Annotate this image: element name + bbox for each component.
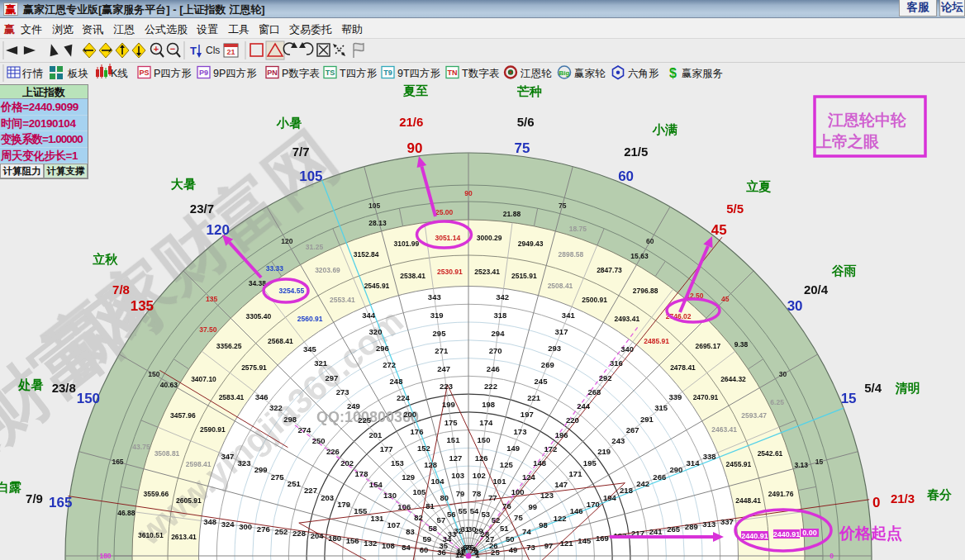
svg-text:55: 55: [459, 506, 468, 515]
svg-text:105: 105: [412, 487, 426, 496]
svg-text:223: 223: [440, 382, 453, 391]
svg-text:2470.91: 2470.91: [693, 393, 719, 401]
svg-text:270: 270: [489, 346, 502, 355]
svg-text:244: 244: [577, 401, 591, 411]
svg-text:75: 75: [559, 202, 567, 210]
svg-text:21/5: 21/5: [624, 145, 648, 159]
svg-text:芒种: 芒种: [516, 84, 542, 98]
svg-text:0.00: 0.00: [802, 529, 817, 537]
svg-text:128: 128: [424, 460, 437, 469]
svg-text:320: 320: [369, 327, 383, 336]
svg-text:124: 124: [522, 472, 536, 482]
svg-text:218: 218: [620, 486, 633, 495]
svg-text:131: 131: [370, 514, 384, 523]
svg-text:121: 121: [560, 539, 574, 548]
svg-text:2455.91: 2455.91: [726, 460, 752, 468]
svg-text:107: 107: [387, 520, 401, 529]
svg-text:3101.99: 3101.99: [393, 240, 419, 248]
svg-text:318: 318: [493, 311, 506, 320]
svg-text:199: 199: [442, 400, 455, 409]
svg-text:3508.81: 3508.81: [154, 449, 180, 458]
svg-text:15: 15: [841, 391, 857, 406]
svg-text:342: 342: [496, 292, 509, 301]
svg-text:324: 324: [221, 520, 235, 529]
svg-text:170: 170: [587, 500, 600, 509]
svg-text:谷雨: 谷雨: [831, 263, 857, 278]
svg-text:122: 122: [554, 514, 567, 523]
svg-text:3051.14: 3051.14: [435, 234, 460, 242]
svg-text:227: 227: [304, 486, 317, 495]
svg-text:321: 321: [314, 358, 328, 368]
svg-text:149: 149: [506, 444, 520, 453]
svg-text:225: 225: [358, 415, 372, 425]
svg-text:104: 104: [431, 477, 445, 486]
svg-text:275: 275: [271, 472, 285, 482]
svg-text:156: 156: [346, 536, 359, 545]
svg-text:43.75: 43.75: [132, 443, 150, 451]
svg-text:346: 346: [255, 392, 269, 401]
svg-text:7/9: 7/9: [26, 491, 43, 505]
svg-text:106: 106: [397, 502, 411, 511]
svg-text:198: 198: [482, 400, 495, 409]
svg-text:120: 120: [281, 237, 292, 245]
svg-text:5/5: 5/5: [726, 202, 744, 216]
svg-text:297: 297: [325, 373, 338, 382]
svg-text:21.88: 21.88: [503, 210, 521, 218]
svg-text:28.13: 28.13: [368, 219, 387, 227]
svg-text:33.33: 33.33: [266, 264, 284, 273]
svg-text:9.38: 9.38: [734, 340, 749, 349]
svg-text:268: 268: [587, 387, 601, 396]
svg-text:103: 103: [451, 471, 464, 480]
svg-text:120: 120: [207, 222, 230, 238]
svg-text:271: 271: [435, 346, 449, 355]
svg-text:73: 73: [526, 543, 535, 552]
svg-text:2478.41: 2478.41: [670, 363, 696, 372]
svg-text:15.63: 15.63: [630, 252, 649, 260]
svg-text:3356.25: 3356.25: [216, 342, 242, 350]
svg-text:340: 340: [620, 344, 634, 354]
svg-text:153: 153: [391, 458, 404, 467]
svg-text:2440.91: 2440.91: [741, 532, 768, 540]
svg-text:3203.69: 3203.69: [315, 266, 340, 274]
svg-text:上帝之眼: 上帝之眼: [815, 133, 880, 150]
svg-text:59: 59: [422, 534, 431, 543]
svg-text:294: 294: [492, 329, 506, 338]
svg-text:221: 221: [527, 393, 541, 402]
svg-text:247: 247: [437, 364, 450, 373]
svg-text:2523.41: 2523.41: [474, 268, 500, 276]
svg-text:2491.76: 2491.76: [768, 490, 794, 498]
svg-text:194: 194: [603, 493, 617, 502]
svg-text:295: 295: [433, 329, 447, 338]
svg-text:立夏: 立夏: [745, 179, 771, 193]
svg-text:99: 99: [528, 502, 537, 511]
svg-text:127: 127: [449, 453, 462, 463]
svg-text:266: 266: [653, 472, 666, 482]
svg-text:2593.47: 2593.47: [741, 411, 767, 420]
svg-text:319: 319: [430, 311, 444, 320]
svg-text:价格起点: 价格起点: [839, 524, 902, 542]
svg-text:7/7: 7/7: [292, 145, 310, 159]
svg-text:290: 290: [669, 465, 682, 474]
svg-text:322: 322: [269, 403, 283, 412]
svg-text:150: 150: [478, 435, 491, 444]
svg-text:江恩轮中轮: 江恩轮中轮: [827, 112, 907, 129]
svg-text:269: 269: [541, 360, 554, 369]
svg-text:202: 202: [340, 458, 354, 467]
svg-text:200: 200: [403, 410, 416, 419]
svg-text:267: 267: [626, 425, 639, 434]
svg-text:292: 292: [599, 373, 612, 382]
svg-text:145: 145: [578, 536, 592, 545]
svg-text:265: 265: [667, 524, 681, 534]
svg-text:23/7: 23/7: [190, 202, 214, 216]
svg-text:172: 172: [544, 444, 557, 453]
svg-text:126: 126: [475, 453, 488, 463]
svg-text:2847.73: 2847.73: [597, 266, 622, 274]
svg-text:57: 57: [437, 515, 446, 524]
svg-text:2598.41: 2598.41: [186, 460, 212, 468]
svg-text:2644.32: 2644.32: [720, 375, 746, 383]
svg-text:179: 179: [337, 500, 350, 509]
svg-text:273: 273: [336, 387, 349, 396]
svg-text:18.75: 18.75: [569, 225, 587, 233]
svg-text:173: 173: [514, 427, 527, 436]
svg-text:6.25: 6.25: [770, 398, 784, 406]
